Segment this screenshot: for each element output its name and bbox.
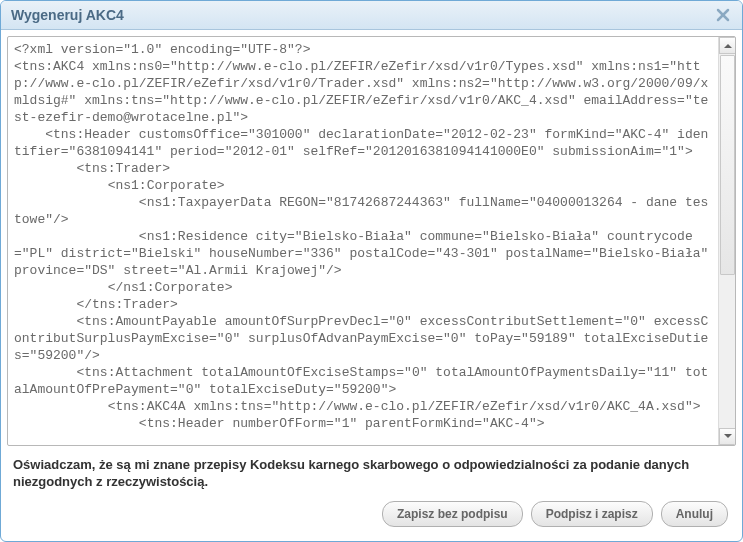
xml-textarea[interactable]: <?xml version="1.0" encoding="UTF-8"?> <… — [8, 37, 718, 445]
vertical-scrollbar[interactable] — [718, 37, 735, 445]
dialog-content: <?xml version="1.0" encoding="UTF-8"?> <… — [1, 30, 742, 541]
close-button[interactable] — [714, 6, 732, 24]
dialog-window: Wygeneruj AKC4 <?xml version="1.0" encod… — [0, 0, 743, 542]
scrollbar-up-button[interactable] — [719, 37, 736, 54]
declaration-text: Oświadczam, że są mi znane przepisy Kode… — [7, 446, 736, 495]
close-icon — [716, 8, 730, 22]
chevron-up-icon — [724, 44, 732, 48]
sign-and-save-button[interactable]: Podpisz i zapisz — [531, 501, 653, 527]
button-row: Zapisz bez podpisu Podpisz i zapisz Anul… — [7, 495, 736, 535]
scrollbar-down-button[interactable] — [719, 428, 736, 445]
scrollbar-thumb[interactable] — [720, 55, 735, 275]
save-without-signature-button[interactable]: Zapisz bez podpisu — [382, 501, 523, 527]
cancel-button[interactable]: Anuluj — [661, 501, 728, 527]
chevron-down-icon — [724, 434, 732, 438]
titlebar: Wygeneruj AKC4 — [1, 1, 742, 30]
dialog-title: Wygeneruj AKC4 — [11, 7, 124, 23]
xml-textarea-wrapper: <?xml version="1.0" encoding="UTF-8"?> <… — [7, 36, 736, 446]
